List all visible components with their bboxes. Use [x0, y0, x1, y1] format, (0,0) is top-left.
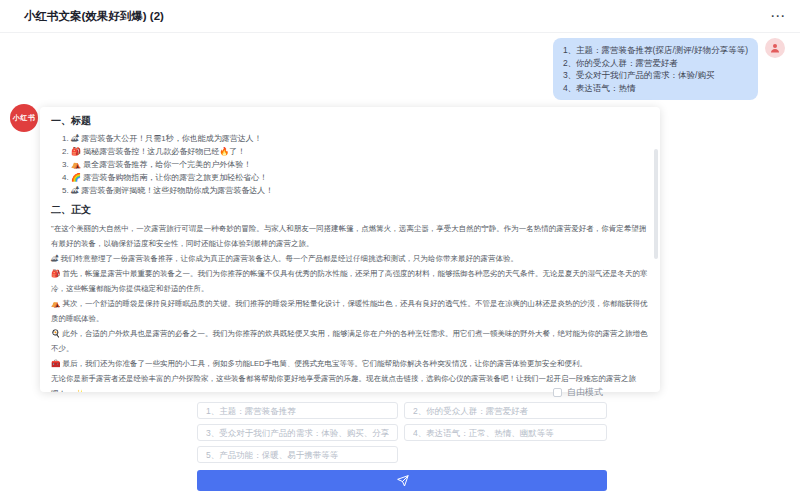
section-title-body: 二、正文: [51, 203, 648, 217]
body-paragraph: 🍳 此外，合适的户外炊具也是露营的必备之一。我们为你推荐的炊具既轻便又实用，能够…: [51, 326, 648, 356]
header-bar: 小红书文案(效果好到爆) (2) ⋯: [0, 0, 800, 33]
free-mode-label: 自由模式: [567, 386, 603, 399]
person-icon: [769, 42, 781, 54]
card-scrollbar[interactable]: [654, 149, 658, 259]
send-button[interactable]: [197, 470, 607, 491]
user-message-line: 1、主题：露营装备推荐(探店/测评/好物分享等等): [563, 44, 748, 57]
body-paragraph: 🧰 最后，我们还为你准备了一些实用的小工具，例如多功能LED手电筒、便携式充电宝…: [51, 356, 648, 371]
title-suggestion-item: 🏕 露营装备测评揭晓！这些好物助你成为露营装备达人！: [71, 184, 648, 197]
user-message-line: 2、你的受众人群：露营爱好者: [563, 57, 748, 70]
assistant-message-card: 一、标题 🏕 露营装备大公开！只需1秒，你也能成为露营达人！ 🎒 揭秘露营装备控…: [40, 107, 660, 392]
free-mode-row: 自由模式: [197, 386, 607, 398]
body-paragraph: 🏕 我们特意整理了一份露营装备推荐，让你成为真正的露营装备达人。每一个产品都是经…: [51, 251, 648, 266]
free-mode-checkbox[interactable]: [553, 388, 562, 397]
user-message-line: 4、表达语气：热情: [563, 82, 748, 95]
app-window: 小红书文案(效果好到爆) (2) ⋯ 1、主题：露营装备推荐(探店/测评/好物分…: [0, 0, 800, 503]
title-suggestion-item: 🎒 揭秘露营装备控！这几款必备好物已经🔥了！: [71, 145, 648, 158]
user-message-line: 3、受众对于我们产品的需求：体验/购买: [563, 69, 748, 82]
product-feature-input[interactable]: [197, 446, 398, 463]
body-paragraph: 🎒 首先，帐篷是露营中最重要的装备之一。我们为你推荐的帐篷不仅具有优秀的防水性能…: [51, 266, 648, 296]
section-title-headline: 一、标题: [51, 114, 648, 128]
prompt-inputs-grid: [197, 402, 607, 463]
user-message-row: 1、主题：露营装备推荐(探店/测评/好物分享等等) 2、你的受众人群：露营爱好者…: [553, 38, 785, 100]
page-title: 小红书文案(效果好到爆) (2): [24, 0, 164, 33]
user-avatar: [765, 38, 785, 58]
title-suggestion-item: 🌈 露营装备购物指南，让你的露营之旅更加轻松省心！: [71, 171, 648, 184]
paper-plane-icon: [397, 475, 409, 487]
title-suggestion-item: 🏕 露营装备大公开！只需1秒，你也能成为露营达人！: [71, 132, 648, 145]
more-menu-icon[interactable]: ⋯: [770, 1, 786, 31]
audience-input[interactable]: [404, 402, 607, 419]
tone-input[interactable]: [404, 424, 607, 441]
audience-need-input[interactable]: [197, 424, 398, 441]
title-suggestion-item: ⛺ 最全露营装备推荐，给你一个完美的户外体验！: [71, 158, 648, 171]
user-message-bubble: 1、主题：露营装备推荐(探店/测评/好物分享等等) 2、你的受众人群：露营爱好者…: [553, 38, 758, 100]
body-paragraph: "在这个美丽的大自然中，一次露营旅行可谓是一种奇妙的冒险。与家人和朋友一同搭建帐…: [51, 221, 648, 251]
prompt-form: 自由模式: [197, 386, 607, 491]
body-paragraph: ⛺ 其次，一个舒适的睡袋是保持良好睡眠品质的关键。我们推荐的睡袋采用轻量化设计，…: [51, 296, 648, 326]
topic-input[interactable]: [197, 402, 398, 419]
assistant-avatar-xiaohongshu-logo: 小红书: [10, 104, 38, 132]
title-suggestions-list: 🏕 露营装备大公开！只需1秒，你也能成为露营达人！ 🎒 揭秘露营装备控！这几款必…: [51, 132, 648, 197]
